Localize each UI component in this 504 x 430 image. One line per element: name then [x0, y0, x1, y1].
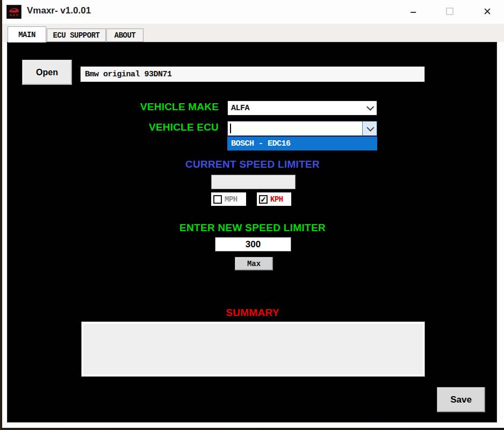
vehicle-make-select[interactable]: ALFA [227, 101, 377, 116]
file-name-field[interactable]: Bmw original 93DN71 [80, 66, 425, 82]
current-speed-title: CURRENT SPEED LIMITER [8, 159, 498, 170]
mph-checkbox[interactable] [213, 195, 222, 204]
close-icon: ✕ [483, 5, 492, 18]
chevron-down-icon [366, 103, 374, 111]
minimize-icon: – [410, 9, 416, 14]
close-button[interactable]: ✕ [476, 2, 499, 20]
open-button[interactable]: Open [22, 60, 72, 85]
vehicle-ecu-input[interactable] [228, 121, 362, 135]
app-logo-caption: K.E.S [10, 14, 18, 17]
save-button[interactable]: Save [437, 387, 485, 412]
vehicle-make-label: VEHICLE MAKE [40, 101, 219, 113]
vehicle-ecu-dropdown-button[interactable] [362, 121, 377, 135]
tab-strip: MAIN ECU SUPPORT ABOUT [2, 24, 504, 42]
app-window: K.E.S Vmaxr- v1.0.01 – ✕ MAIN ECU SUPPOR… [2, 0, 504, 428]
chevron-down-icon [366, 124, 374, 132]
main-panel: Open Bmw original 93DN71 VEHICLE MAKE AL… [7, 42, 497, 422]
kph-checkbox[interactable]: ✓ [259, 195, 268, 204]
new-speed-input[interactable]: 300 [215, 237, 291, 252]
maximize-icon [446, 8, 453, 15]
kph-checkbox-group[interactable]: ✓ KPH [257, 192, 291, 206]
tab-main[interactable]: MAIN [8, 26, 46, 42]
kph-label: KPH [270, 195, 283, 204]
vehicle-ecu-label: VEHICLE ECU [40, 121, 219, 133]
summary-box [81, 321, 425, 377]
window-title: Vmaxr- v1.0.01 [27, 5, 91, 16]
tab-ecu-support[interactable]: ECU SUPPORT [47, 28, 106, 42]
app-logo-icon: K.E.S [6, 5, 21, 19]
summary-title: SUMMARY [8, 307, 498, 319]
maximize-button[interactable] [438, 2, 461, 20]
mph-checkbox-group[interactable]: MPH [211, 192, 246, 206]
title-bar: K.E.S Vmaxr- v1.0.01 – ✕ [2, 0, 504, 24]
vehicle-make-value: ALFA [231, 104, 249, 113]
mph-label: MPH [225, 195, 237, 204]
current-speed-field[interactable] [211, 175, 296, 189]
text-caret [230, 124, 231, 133]
vehicle-ecu-option[interactable]: BOSCH - EDC16 [227, 137, 377, 150]
vehicle-ecu-select[interactable] [227, 121, 377, 136]
tab-about[interactable]: ABOUT [106, 28, 143, 42]
new-speed-title: ENTER NEW SPEED LIMITER [8, 222, 498, 234]
minimize-button[interactable]: – [402, 2, 424, 20]
max-button[interactable]: Max [235, 257, 273, 270]
